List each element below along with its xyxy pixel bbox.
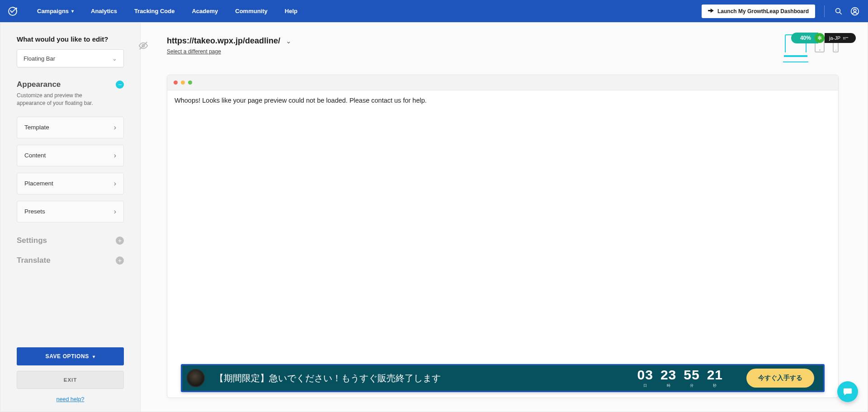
nav-campaigns[interactable]: Campaigns ▾ xyxy=(37,8,74,14)
appearance-header[interactable]: Appearance − xyxy=(17,80,124,89)
nav-help[interactable]: Help xyxy=(285,8,297,14)
nav-tracking-code[interactable]: Tracking Code xyxy=(134,8,175,14)
countdown-hours: 23 時 xyxy=(660,368,676,388)
appearance-heading: Appearance xyxy=(17,80,61,89)
option-placement[interactable]: Placement› xyxy=(17,173,124,194)
locale-label: ja-JP xyxy=(829,35,840,41)
avatar xyxy=(187,369,205,387)
nav-community[interactable]: Community xyxy=(235,8,268,14)
settings-heading: Settings xyxy=(17,236,47,245)
countdown-seconds: 21 秒 xyxy=(707,368,723,388)
element-selector-value: Floating Bar xyxy=(24,55,55,62)
option-template[interactable]: Template› xyxy=(17,117,124,138)
search-icon[interactable] xyxy=(834,6,844,16)
sidebar-footer: SAVE OPTIONS ▾ EXIT need help? xyxy=(17,347,124,403)
progress-percent: 40% xyxy=(791,33,818,43)
floating-bar-preview[interactable]: 【期間限定】急いでください！もうすぐ販売終了します 03 日 23 時 55 分 xyxy=(181,364,825,392)
option-content[interactable]: Content› xyxy=(17,145,124,166)
svg-point-5 xyxy=(854,9,856,12)
svg-point-2 xyxy=(836,8,840,13)
onboarding-progress[interactable]: 40% ✻ ja-JP xyxy=(791,33,856,43)
collapse-icon[interactable]: − xyxy=(116,81,124,89)
countdown-minutes: 55 分 xyxy=(684,368,699,388)
chevron-right-icon: › xyxy=(114,180,116,188)
traffic-light-minimize-icon xyxy=(181,81,185,85)
chevron-down-icon: ⌄ xyxy=(112,55,117,62)
locale-pill[interactable]: ja-JP xyxy=(825,33,856,43)
option-presets[interactable]: Presets› xyxy=(17,201,124,223)
svg-point-1 xyxy=(15,7,17,9)
exit-label: EXIT xyxy=(64,377,77,383)
appearance-sub: Customize and preview the appearance of … xyxy=(17,92,112,108)
chat-button[interactable] xyxy=(837,381,858,402)
translate-heading: Translate xyxy=(17,256,51,265)
element-selector[interactable]: Floating Bar ⌄ xyxy=(17,49,124,67)
main-canvas: https://takeo.wpx.jp/deadline/ ⌄ Select … xyxy=(141,23,868,412)
launch-dashboard-button[interactable]: Launch My GrowthLeap Dashboard xyxy=(702,5,815,18)
user-icon[interactable] xyxy=(850,6,860,16)
chevron-right-icon: › xyxy=(114,152,116,160)
nav-academy[interactable]: Academy xyxy=(192,8,218,14)
nav-analytics[interactable]: Analytics xyxy=(91,8,117,14)
browser-titlebar xyxy=(167,75,838,90)
chevron-down-icon[interactable]: ⌄ xyxy=(286,37,292,45)
preview-browser: Whoops! Looks like your page preview cou… xyxy=(167,75,839,398)
url-row: https://takeo.wpx.jp/deadline/ ⌄ Select … xyxy=(167,36,839,55)
expand-icon[interactable]: + xyxy=(116,256,124,265)
floating-bar-message: 【期間限定】急いでください！もうすぐ販売終了します xyxy=(215,372,441,384)
save-label: SAVE OPTIONS xyxy=(46,353,89,360)
settings-section[interactable]: Settings + xyxy=(17,236,124,245)
chevron-right-icon: › xyxy=(114,123,116,132)
sidebar-title: What would you like to edit? xyxy=(17,35,124,43)
chevron-down-icon: ▾ xyxy=(93,354,95,359)
drag-handle-icon xyxy=(843,37,849,39)
divider xyxy=(824,5,825,17)
visibility-toggle-icon[interactable] xyxy=(137,41,150,52)
exit-button[interactable]: EXIT xyxy=(17,371,124,389)
countdown-days: 03 日 xyxy=(637,368,653,388)
expand-icon[interactable]: + xyxy=(116,237,124,245)
gear-icon: ✻ xyxy=(815,33,825,43)
preview-body: Whoops! Looks like your page preview cou… xyxy=(167,90,838,398)
body: What would you like to edit? Floating Ba… xyxy=(0,22,868,412)
preview-url[interactable]: https://takeo.wpx.jp/deadline/ xyxy=(167,36,280,46)
url-left: https://takeo.wpx.jp/deadline/ ⌄ Select … xyxy=(167,36,292,55)
chevron-right-icon: › xyxy=(114,208,116,216)
external-icon xyxy=(708,8,714,14)
chevron-down-icon: ▾ xyxy=(71,9,74,14)
floating-bar-cta-button[interactable]: 今すぐ入手する xyxy=(746,369,814,388)
traffic-light-close-icon xyxy=(174,81,178,85)
save-button[interactable]: SAVE OPTIONS ▾ xyxy=(17,347,124,365)
traffic-light-zoom-icon xyxy=(188,81,192,85)
launch-label: Launch My GrowthLeap Dashboard xyxy=(717,8,809,14)
nav-items: Campaigns ▾ Analytics Tracking Code Acad… xyxy=(37,8,297,14)
countdown: 03 日 23 時 55 分 21 秒 xyxy=(637,368,723,388)
editor-sidebar: What would you like to edit? Floating Ba… xyxy=(0,23,141,412)
svg-line-3 xyxy=(840,12,842,14)
appearance-options: Template› Content› Placement› Presets› xyxy=(17,117,124,223)
brand-logo[interactable] xyxy=(6,5,19,18)
preview-error-message: Whoops! Looks like your page preview cou… xyxy=(175,97,831,104)
top-nav: Campaigns ▾ Analytics Tracking Code Acad… xyxy=(0,0,868,22)
nav-campaigns-label: Campaigns xyxy=(37,8,69,14)
nav-right: Launch My GrowthLeap Dashboard xyxy=(702,5,860,18)
translate-section[interactable]: Translate + xyxy=(17,256,124,265)
need-help-link[interactable]: need help? xyxy=(17,396,124,403)
select-different-page-link[interactable]: Select a different page xyxy=(167,48,292,55)
